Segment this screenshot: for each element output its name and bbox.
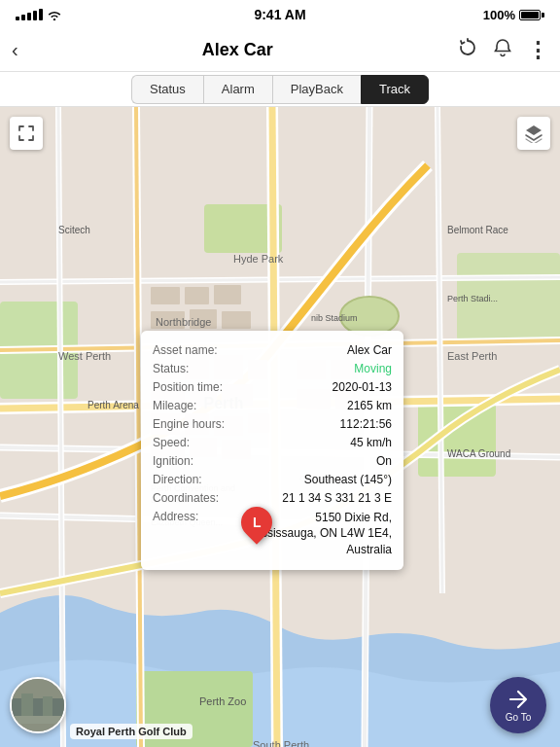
goto-arrow-icon (508, 689, 529, 710)
svg-text:West Perth: West Perth (58, 350, 111, 362)
map-marker[interactable]: L (241, 507, 272, 538)
info-row-mileage: Mileage: 2165 km (153, 396, 392, 414)
info-value-coords: 21 1 34 S 331 21 3 E (282, 491, 392, 505)
map-expand-button[interactable] (10, 117, 43, 150)
street-view-thumbnail[interactable] (10, 677, 66, 733)
svg-rect-44 (151, 287, 180, 304)
map-container[interactable]: Perth Northbridge West Perth East Perth … (0, 107, 560, 747)
info-label-position-time: Position time: (153, 380, 223, 394)
info-label-mileage: Mileage: (153, 399, 196, 412)
nav-left: ‹ (12, 39, 18, 61)
svg-rect-71 (43, 696, 52, 718)
back-button[interactable]: ‹ (12, 39, 18, 61)
info-row-speed: Speed: 45 km/h (153, 433, 392, 451)
info-row-position-time: Position time: 2020-01-13 (153, 377, 392, 396)
info-popup: Asset name: Alex Car Status: Moving Posi… (141, 331, 403, 570)
info-row-engine: Engine hours: 112:21:56 (153, 414, 392, 433)
info-value-status: Moving (354, 362, 392, 375)
svg-text:Perth Stadi...: Perth Stadi... (447, 294, 498, 303)
svg-text:Hyde Park: Hyde Park (233, 253, 284, 265)
info-row-ignition: Ignition: On (153, 451, 392, 470)
tab-playback[interactable]: PlayBack (272, 75, 361, 104)
info-label-engine: Engine hours: (153, 417, 225, 431)
map-layers-button[interactable] (517, 117, 550, 150)
info-value-position-time: 2020-01-13 (332, 380, 392, 394)
svg-text:South Perth: South Perth (253, 739, 309, 747)
nav-bar: ‹ Alex Car ⋮ (0, 29, 560, 72)
svg-text:Perth Arena: Perth Arena (88, 400, 139, 410)
info-row-direction: Direction: Southeast (145°) (153, 470, 392, 488)
svg-text:Scitech: Scitech (58, 225, 90, 235)
info-value-engine: 112:21:56 (340, 417, 392, 431)
signal-icon (16, 9, 43, 20)
info-value-direction: Southeast (145°) (304, 473, 392, 486)
info-value-mileage: 2165 km (347, 399, 392, 412)
info-value-ignition: On (376, 454, 392, 468)
info-row-address: Address: 5150 Dixie Rd, Mississauga, ON … (153, 507, 392, 560)
marker-pin: L (234, 500, 278, 544)
svg-text:Perth Zoo: Perth Zoo (199, 695, 246, 707)
svg-text:East Perth: East Perth (447, 350, 497, 362)
info-label-status: Status: (153, 362, 189, 375)
info-label-asset: Asset name: (153, 343, 218, 357)
goto-label: Go To (506, 712, 532, 723)
goto-button[interactable]: Go To (490, 677, 546, 733)
svg-text:Belmont Race: Belmont Race (447, 225, 508, 235)
svg-text:nib Stadium: nib Stadium (311, 313, 358, 323)
street-view-label: Royal Perth Golf Club (70, 724, 192, 739)
status-right: 100% (483, 8, 544, 22)
info-row-status: Status: Moving (153, 359, 392, 377)
info-label-coords: Coordinates: (153, 491, 219, 505)
wifi-icon (47, 9, 62, 20)
battery-icon (519, 10, 544, 20)
battery-percent: 100% (483, 8, 515, 22)
marker-letter: L (253, 515, 262, 530)
info-value-speed: 45 km/h (350, 436, 392, 449)
svg-rect-72 (12, 716, 64, 724)
status-left (16, 9, 62, 20)
svg-rect-49 (222, 311, 251, 329)
nav-right: ⋮ (457, 37, 548, 63)
info-label-address: Address: (153, 510, 198, 523)
more-button[interactable]: ⋮ (527, 38, 548, 63)
tab-alarm[interactable]: Alarm (203, 75, 272, 104)
svg-rect-45 (185, 287, 209, 304)
status-bar: 9:41 AM 100% (0, 0, 560, 29)
info-label-speed: Speed: (153, 436, 190, 449)
svg-text:Northbridge: Northbridge (156, 316, 211, 328)
svg-rect-70 (21, 694, 33, 718)
svg-rect-69 (12, 698, 64, 718)
info-label-direction: Direction: (153, 473, 202, 486)
info-value-asset: Alex Car (347, 343, 392, 357)
info-label-ignition: Ignition: (153, 454, 193, 468)
tab-track[interactable]: Track (361, 75, 429, 104)
tabs-bar: Status Alarm PlayBack Track (0, 72, 560, 107)
status-time: 9:41 AM (254, 7, 305, 22)
svg-rect-46 (214, 285, 241, 304)
tab-status[interactable]: Status (131, 75, 203, 104)
svg-text:WACA Ground: WACA Ground (447, 448, 510, 459)
info-row-asset: Asset name: Alex Car (153, 340, 392, 359)
info-row-coords: Coordinates: 21 1 34 S 331 21 3 E (153, 488, 392, 507)
refresh-button[interactable] (457, 37, 478, 63)
page-title: Alex Car (202, 40, 273, 60)
bell-button[interactable] (492, 37, 513, 63)
